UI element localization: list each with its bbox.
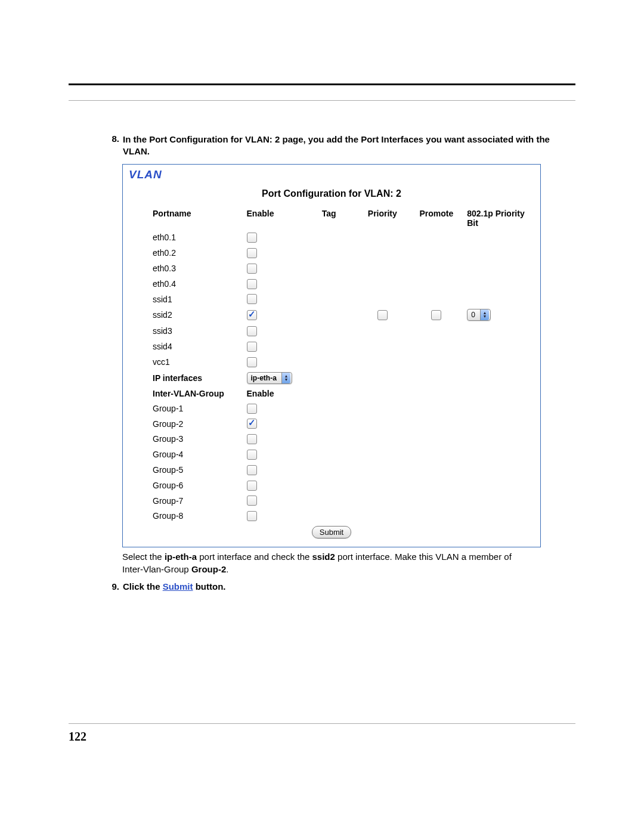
empty-cell (302, 447, 355, 462)
empty-cell (355, 261, 409, 276)
empty-cell (302, 416, 355, 432)
group-name: Group-8 (129, 508, 243, 524)
group-enable-checkbox[interactable] (247, 496, 257, 506)
enable-checkbox[interactable] (247, 233, 257, 243)
group-enable-checkbox[interactable] (247, 481, 257, 491)
inter-vlan-label: Inter-VLAN-Group (129, 386, 243, 401)
priority-checkbox[interactable] (377, 310, 388, 320)
port-row: ssid1 (129, 292, 534, 307)
empty-cell (463, 292, 534, 307)
submit-link[interactable]: Submit (163, 581, 193, 592)
group-row: Group-4 (129, 447, 534, 462)
port-enable-cell (243, 292, 303, 307)
empty-cell (463, 323, 534, 339)
empty-cell (355, 292, 409, 307)
ip-interface-select[interactable]: ip-eth-a ▲▼ (247, 372, 292, 384)
port-row: eth0.3 (129, 261, 534, 276)
group-enable-checkbox[interactable] (247, 450, 257, 460)
empty-cell (463, 339, 534, 354)
enable-checkbox[interactable] (247, 357, 257, 367)
empty-cell (409, 276, 463, 292)
empty-cell (302, 323, 355, 339)
port-row: ssid20▲▼ (129, 306, 534, 323)
empty-cell (463, 401, 534, 416)
select-stepper-icon: ▲▼ (281, 373, 290, 383)
step-9-text-a: Click the (123, 581, 163, 592)
enable-checkbox[interactable] (247, 310, 257, 320)
enable-checkbox[interactable] (247, 279, 257, 289)
priority-bit-select[interactable]: 0▲▼ (467, 309, 491, 321)
group-enable-checkbox[interactable] (247, 511, 257, 521)
top-thick-rule (69, 83, 575, 85)
empty-cell (302, 478, 355, 493)
port-name: eth0.3 (129, 261, 243, 276)
enable-checkbox[interactable] (247, 294, 257, 304)
group-enable-checkbox[interactable] (247, 419, 257, 429)
empty-cell (302, 508, 355, 524)
enable-checkbox[interactable] (247, 264, 257, 274)
port-name: eth0.1 (129, 230, 243, 246)
empty-cell (409, 245, 463, 261)
empty-cell (463, 478, 534, 493)
group-enable-checkbox[interactable] (247, 434, 257, 444)
vlan-config-panel: VLAN Port Configuration for VLAN: 2 Port… (122, 164, 541, 548)
port-enable-cell (243, 306, 303, 323)
group-row: Group-2 (129, 416, 534, 432)
step-8-number: 8. (104, 134, 123, 158)
group-row: Group-6 (129, 478, 534, 493)
empty-cell (302, 276, 355, 292)
caption-part: port interface and check the (197, 552, 312, 562)
header-row: Portname Enable Tag Priority Promote 802… (129, 206, 534, 230)
group-enable-cell (243, 478, 303, 493)
enable-checkbox[interactable] (247, 342, 257, 352)
empty-cell (463, 261, 534, 276)
submit-button[interactable]: Submit (312, 526, 351, 538)
empty-cell (355, 323, 409, 339)
group-enable-cell (243, 508, 303, 524)
promote-cell (409, 306, 463, 323)
empty-cell (463, 508, 534, 524)
header-promote: Promote (409, 206, 463, 230)
panel-title: VLAN (129, 168, 534, 181)
group-row: Group-5 (129, 462, 534, 478)
empty-cell (302, 339, 355, 354)
caption-bold: ssid2 (312, 552, 335, 562)
empty-cell (409, 261, 463, 276)
group-enable-checkbox[interactable] (247, 465, 257, 475)
empty-cell (302, 245, 355, 261)
ip-interfaces-row: IP interfaces ip-eth-a ▲▼ (129, 370, 534, 386)
footer: 122 (69, 723, 575, 744)
promote-checkbox[interactable] (431, 310, 441, 320)
enable-checkbox[interactable] (247, 326, 257, 336)
group-enable-checkbox[interactable] (247, 404, 257, 414)
caption-bold: ip-eth-a (165, 552, 197, 562)
ip-interface-value: ip-eth-a (251, 374, 281, 382)
empty-cell (355, 447, 409, 462)
empty-cell (302, 261, 355, 276)
empty-cell (355, 508, 409, 524)
empty-cell (463, 462, 534, 478)
empty-cell (409, 292, 463, 307)
group-enable-cell (243, 401, 303, 416)
empty-cell (355, 416, 409, 432)
empty-cell (302, 493, 355, 509)
port-enable-cell (243, 230, 303, 246)
enable-checkbox[interactable] (247, 248, 257, 258)
empty-cell (355, 339, 409, 354)
group-enable-cell (243, 416, 303, 432)
empty-cell (302, 354, 355, 370)
top-thin-rule (69, 100, 575, 101)
step-8: 8. In the Port Configuration for VLAN: 2… (69, 134, 575, 158)
group-name: Group-6 (129, 478, 243, 493)
header-priority: Priority (355, 206, 409, 230)
empty-cell (302, 292, 355, 307)
empty-cell (463, 245, 534, 261)
empty-cell (409, 354, 463, 370)
port-name: ssid4 (129, 339, 243, 354)
header-enable: Enable (243, 206, 303, 230)
empty-cell (302, 401, 355, 416)
port-name: vcc1 (129, 354, 243, 370)
empty-cell (409, 416, 463, 432)
header-portname: Portname (129, 206, 243, 230)
empty-cell (355, 276, 409, 292)
